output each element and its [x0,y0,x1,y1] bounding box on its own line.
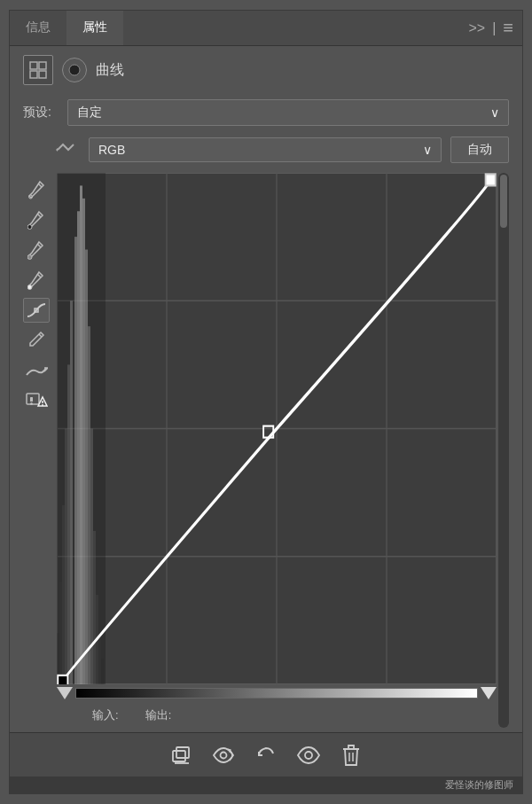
auto-button[interactable]: 自动 [450,137,509,163]
svg-point-9 [27,285,32,290]
gradient-strip-row [57,686,497,700]
curve-edit-button[interactable] [23,298,50,323]
svg-point-46 [305,752,312,759]
svg-rect-12 [30,397,33,402]
svg-point-4 [69,65,80,75]
scrollbar-thumb[interactable] [500,175,507,228]
curve-area: 输入: 输出: [57,173,497,728]
curve-canvas-wrapper[interactable] [57,173,497,684]
tab-properties[interactable]: 属性 [66,11,123,45]
svg-point-13 [30,402,33,405]
left-toolbar [23,173,57,728]
divider-icon: | [492,20,496,36]
input-label: 输入: [92,707,119,723]
svg-point-7 [27,225,32,230]
expand-icon[interactable]: >> [468,20,485,36]
svg-rect-40 [58,675,67,684]
tab-info[interactable]: 信息 [10,11,66,45]
svg-rect-2 [30,71,37,78]
channel-dropdown[interactable]: RGB ∨ [89,137,442,162]
svg-rect-3 [39,71,46,78]
gradient-strip [75,688,478,699]
preset-chevron-icon: ∨ [490,105,499,120]
header-row: 曲线 [10,46,522,94]
eyedropper-gray-button[interactable] [23,238,50,262]
scrollbar[interactable] [498,173,509,728]
scrollbar-area [497,173,509,728]
clip-layer-button[interactable] [168,743,193,768]
delete-button[interactable] [339,743,364,768]
pencil-button[interactable] [23,328,50,353]
bottom-toolbar [10,732,522,777]
menu-icon[interactable]: ≡ [503,18,513,38]
curve-canvas[interactable] [57,173,497,684]
main-content: 输入: 输出: [10,168,522,732]
preview-button[interactable] [211,743,236,768]
curve-line-svg[interactable] [57,173,497,684]
tab-actions: >> | ≡ [468,11,522,45]
svg-rect-42 [486,174,496,185]
svg-rect-44 [176,747,189,758]
visibility-button[interactable] [296,743,321,768]
eyedropper-sample-button[interactable] [23,177,50,202]
channel-row: RGB ∨ 自动 [10,131,522,168]
eyedropper-white-button[interactable] [23,268,50,293]
preset-dropdown[interactable]: 自定 ∨ [67,99,509,126]
white-point-triangle[interactable] [481,687,497,699]
tab-bar: 信息 属性 >> | ≡ [10,11,522,46]
circle-icon [62,58,87,82]
auto-adjust-icon[interactable] [54,141,75,159]
watermark: 爱怪谈的修图师 [10,777,522,793]
reset-button[interactable] [254,743,278,768]
svg-rect-43 [173,751,185,761]
svg-rect-1 [39,62,46,69]
black-point-triangle[interactable] [57,687,73,699]
svg-rect-0 [30,62,37,69]
svg-point-8 [27,255,32,260]
output-label: 输出: [145,707,172,723]
svg-point-45 [221,752,227,758]
clip-warning-button[interactable] [23,388,50,413]
preset-label: 预设: [23,105,59,121]
channel-chevron-icon: ∨ [423,143,432,157]
preset-row: 预设: 自定 ∨ [10,94,522,131]
properties-panel: 信息 属性 >> | ≡ 曲线 预设: [9,10,523,794]
panel-title: 曲线 [96,61,124,80]
grid-icon [23,55,53,85]
smooth-button[interactable] [23,358,50,383]
svg-marker-5 [56,148,58,152]
eyedropper-black-button[interactable] [23,207,50,232]
io-row: 输入: 输出: [57,700,497,728]
svg-point-14 [42,404,43,406]
